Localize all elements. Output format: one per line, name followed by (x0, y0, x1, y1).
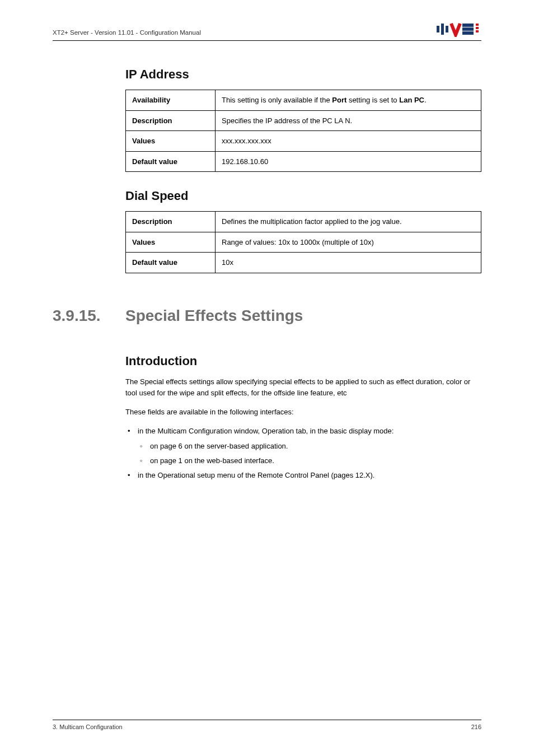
header-rule (53, 40, 481, 41)
svg-rect-3 (462, 24, 474, 27)
table-row: Default value 10x (126, 253, 481, 273)
bullet-list-level-1: in the Multicam Configuration window, Op… (125, 426, 481, 481)
cell-value: This setting is only available if the Po… (216, 90, 481, 111)
cell-value: xxx.xxx.xxx.xxx (216, 131, 481, 152)
text: setting is set to (346, 96, 399, 104)
ip-address-heading: IP Address (125, 67, 481, 82)
list-item: in the Multicam Configuration window, Op… (125, 426, 481, 466)
cell-label: Description (126, 212, 216, 232)
table-row: Values xxx.xxx.xxx.xxx (126, 131, 481, 152)
dial-speed-table: Description Defines the multiplication f… (125, 211, 481, 273)
header-left: XT2+ Server - Version 11.01 - Configurat… (53, 29, 201, 36)
bullet-list-level-2: on page 6 on the server-based applicatio… (138, 441, 481, 466)
cell-label: Default value (126, 253, 216, 273)
intro-paragraph-2: These fields are available in the follow… (125, 407, 481, 418)
cell-value: Range of values: 10x to 1000x (multiple … (216, 232, 481, 253)
page-footer: 3. Multicam Configuration 216 (53, 720, 481, 730)
table-row: Description Specifies the IP address of … (126, 110, 481, 131)
cell-label: Values (126, 232, 216, 253)
section-heading-row: 3.9.15. Special Effects Settings (53, 307, 481, 325)
section-number: 3.9.15. (53, 307, 125, 325)
table-row: Values Range of values: 10x to 1000x (mu… (126, 232, 481, 253)
svg-rect-6 (476, 24, 479, 26)
footer-page-number: 216 (471, 724, 481, 730)
intro-paragraph-1: The Special effects settings allow speci… (125, 376, 481, 399)
svg-rect-1 (441, 24, 444, 35)
list-item: in the Operational setup menu of the Rem… (125, 470, 481, 481)
svg-rect-8 (476, 30, 479, 32)
cell-value: Specifies the IP address of the PC LA N. (216, 110, 481, 131)
cell-value: 10x (216, 253, 481, 273)
cell-label: Values (126, 131, 216, 152)
ip-address-table: Availability This setting is only availa… (125, 90, 481, 172)
svg-rect-2 (446, 26, 448, 32)
footer-left: 3. Multicam Configuration (53, 724, 123, 730)
section-title: Special Effects Settings (125, 307, 303, 325)
cell-label: Description (126, 110, 216, 131)
text-bold: Port (332, 96, 346, 104)
cell-label: Default value (126, 151, 216, 172)
svg-rect-5 (462, 31, 474, 35)
table-row: Description Defines the multiplication f… (126, 212, 481, 232)
list-item: on page 1 on the web-based interface. (138, 455, 481, 466)
dial-speed-heading: Dial Speed (125, 189, 481, 203)
text-bold: Lan PC (399, 96, 424, 104)
text: . (424, 96, 427, 104)
table-row: Default value 192.168.10.60 (126, 151, 481, 172)
svg-rect-7 (476, 27, 479, 29)
evs-logo (437, 21, 481, 37)
svg-rect-0 (437, 26, 439, 32)
list-item-text: in the Multicam Configuration window, Op… (138, 427, 394, 435)
svg-rect-4 (462, 27, 474, 31)
cell-label: Availability (126, 90, 216, 111)
cell-value: 192.168.10.60 (216, 151, 481, 172)
cell-value: Defines the multiplication factor applie… (216, 212, 481, 232)
introduction-heading: Introduction (125, 354, 481, 368)
table-row: Availability This setting is only availa… (126, 90, 481, 111)
text: This setting is only available if the (222, 96, 332, 104)
list-item: on page 6 on the server-based applicatio… (138, 441, 481, 452)
